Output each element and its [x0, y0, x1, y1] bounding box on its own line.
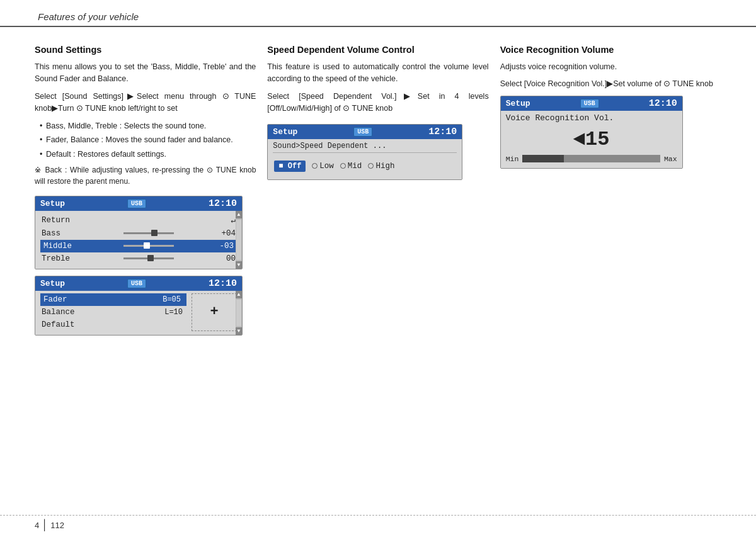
sound-bullets: Bass, Middle, Treble : Selects the sound…	[40, 120, 256, 161]
voice-vol-value: 15	[585, 128, 609, 151]
sound-title: Sound Settings	[35, 45, 256, 55]
bass-slider	[79, 232, 218, 234]
screen1-time: 12:10	[209, 198, 237, 209]
bass-label: Bass	[42, 229, 79, 238]
screen2-time: 12:10	[209, 278, 237, 289]
sound-para1: This menu allows you to set the 'Bass, M…	[35, 61, 256, 86]
treble-slider	[79, 257, 218, 259]
bass-val: +04	[218, 229, 236, 238]
speed-mid: Mid	[340, 162, 362, 171]
voice-slider-fill	[522, 155, 564, 162]
middle-thumb	[144, 242, 150, 249]
bullet-1: Bass, Middle, Treble : Selects the sound…	[40, 120, 256, 132]
speed-subtitle: Sound>Speed Dependent ...	[273, 142, 457, 153]
screen1-row-treble: Treble 00	[40, 252, 237, 265]
scroll-up[interactable]: ▲	[236, 211, 242, 218]
middle-slider	[81, 245, 216, 247]
screen2-scrollbar[interactable]: ▲ ▼	[236, 291, 242, 335]
voice-title: Voice Recognition Volume	[500, 45, 721, 55]
sound-body: This menu allows you to set the 'Bass, M…	[35, 61, 256, 187]
speed-low: Low	[312, 162, 334, 171]
fader-val: B=05	[163, 295, 183, 304]
treble-val: 00	[218, 254, 236, 263]
middle-val: -03	[216, 242, 234, 251]
screen1-setup-label: Setup	[40, 199, 65, 208]
treble-thumb	[147, 255, 154, 261]
scroll2-down[interactable]: ▼	[236, 327, 242, 335]
fader-row-default: Default	[40, 319, 186, 331]
speed-screen-body: Sound>Speed Dependent ... ■ Off Low Mid …	[268, 139, 462, 179]
screen1-row-bass: Bass +04	[40, 227, 237, 240]
scroll2-up[interactable]: ▲	[236, 291, 242, 298]
col-sound: Sound Settings This menu allows you to s…	[35, 45, 267, 336]
voice-para1: Adjusts voice recognition volume.	[500, 61, 721, 73]
voice-min-label: Min	[506, 155, 519, 163]
fader-left: Fader B=05 Balance L=10 Default	[40, 293, 186, 331]
return-arrow: ↵	[218, 215, 236, 225]
treble-label: Treble	[42, 254, 79, 263]
page-footer: 4 │ 112	[0, 515, 756, 531]
fader-crosshair: +	[192, 293, 237, 331]
speed-para2: Select [Speed Dependent Vol.]▶Set in 4 l…	[267, 91, 488, 115]
footer-page: 112	[50, 521, 64, 530]
middle-track	[123, 245, 174, 247]
bullet-2: Fader, Balance : Moves the sound fader a…	[40, 134, 256, 146]
voice-vol-title: Voice Recognition Vol.	[506, 113, 677, 123]
radio-mid[interactable]	[340, 163, 346, 169]
treble-track	[123, 257, 174, 259]
page-header: Features of your vehicle	[0, 0, 756, 27]
speed-high: High	[368, 162, 394, 171]
screen1-body: Return ↵ Bass +04	[35, 211, 242, 269]
col-voice: Voice Recognition Volume Adjusts voice r…	[500, 45, 721, 336]
voice-usb: USB	[580, 99, 599, 108]
screen1-usb: USB	[127, 199, 146, 208]
scroll2-track	[236, 300, 241, 326]
speed-off-btn[interactable]: ■ Off	[274, 161, 306, 172]
sound-screen2: Setup USB 12:10 Fader B=05 Balance L=10	[35, 276, 243, 336]
mid-label: Mid	[348, 162, 362, 171]
speed-screen: Setup USB 12:10 Sound>Speed Dependent ..…	[267, 124, 462, 180]
voice-screen-body: Voice Recognition Vol. ◄15 Min Max	[501, 111, 682, 168]
speed-time: 12:10	[428, 127, 457, 137]
page-title: Features of your vehicle	[38, 11, 139, 22]
high-label: High	[375, 162, 394, 171]
radio-low[interactable]	[312, 163, 318, 169]
content-area: Sound Settings This menu allows you to s…	[0, 27, 756, 336]
vol-arrow-icon: ◄	[573, 128, 585, 151]
screen1-row-middle: Middle -03	[40, 240, 237, 252]
voice-time: 12:10	[649, 98, 677, 109]
scroll-track	[236, 220, 241, 260]
sound-note: ※ Back : While adjusting values, re-pres…	[35, 164, 256, 187]
speed-screen-header: Setup USB 12:10	[268, 125, 462, 139]
screen1-row-return: Return ↵	[40, 213, 237, 227]
footer-divider: │	[42, 519, 48, 531]
bass-thumb	[151, 230, 158, 236]
speed-options: ■ Off Low Mid High	[273, 158, 457, 174]
voice-body: Adjusts voice recognition volume. Select…	[500, 61, 721, 91]
speed-body: This feature is used to automatically co…	[267, 61, 488, 115]
return-label: Return	[42, 216, 79, 225]
screen2-content: Fader B=05 Balance L=10 Default +	[35, 291, 242, 335]
speed-setup-label: Setup	[273, 127, 297, 137]
fader-row-balance: Balance L=10	[40, 306, 186, 319]
speed-title: Speed Dependent Volume Control	[267, 45, 488, 55]
voice-slider-row: Min Max	[506, 155, 677, 163]
voice-screen: Setup USB 12:10 Voice Recognition Vol. ◄…	[500, 96, 683, 169]
screen1-header: Setup USB 12:10	[35, 196, 242, 211]
low-label: Low	[319, 162, 334, 171]
speed-para1: This feature is used to automatically co…	[267, 61, 488, 86]
sound-para2: Select [Sound Settings]▶Select menu thro…	[35, 91, 256, 115]
screen1-scrollbar[interactable]: ▲ ▼	[236, 211, 242, 269]
fader-label: Fader	[43, 295, 67, 304]
screen2-setup-label: Setup	[40, 279, 65, 288]
footer-chapter: 4	[35, 521, 39, 530]
voice-max-label: Max	[664, 155, 677, 163]
sound-screen1: Setup USB 12:10 Return ↵ Bass	[35, 196, 243, 269]
voice-slider-track	[522, 155, 660, 162]
voice-setup-label: Setup	[506, 99, 530, 108]
scroll-down[interactable]: ▼	[236, 261, 242, 269]
fader-body: Fader B=05 Balance L=10 Default +	[35, 291, 242, 335]
radio-high[interactable]	[368, 163, 374, 169]
balance-label: Balance	[42, 308, 75, 317]
plus-icon: +	[210, 304, 218, 320]
